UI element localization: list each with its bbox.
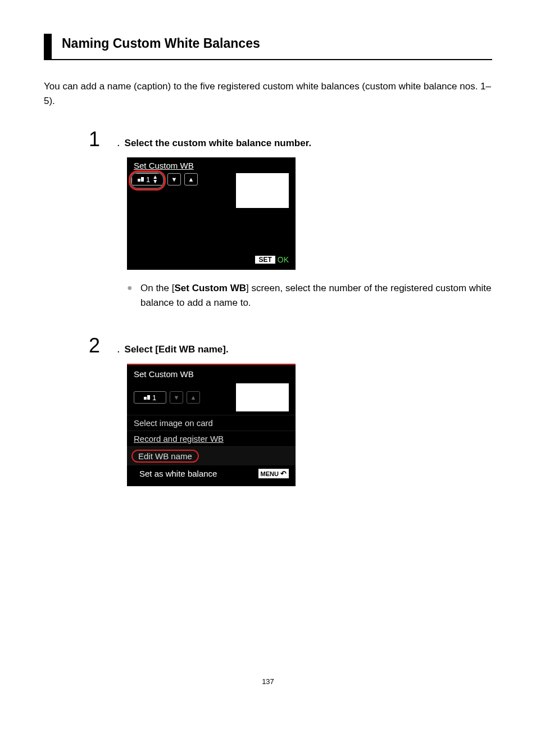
prev-button[interactable]: ▼ [170,391,183,404]
step-dot: . [117,136,125,149]
menu-item-edit-wb-name[interactable]: Edit WB name [127,446,296,465]
bullet-pre: On the [ [140,283,174,293]
menu-item-select-image[interactable]: Select image on card [127,415,296,431]
step-number: 2 [89,336,117,356]
updown-icon: ▲▼ [152,175,158,184]
bullet-strong: Set Custom WB [174,283,246,293]
step-1: 1 . Select the custom white balance numb… [89,129,492,310]
step-number: 1 [89,129,117,150]
intro-paragraph: You can add a name (caption) to the five… [44,79,492,108]
set-label: SET [255,256,275,264]
next-button[interactable]: ▲ [187,391,200,404]
set-ok-indicator: SET OK [255,255,289,264]
wb-preview-thumbnail [236,383,289,411]
camera-screen-edit-wb-name: Set Custom WB 1 ▼ ▲ Select image on card [127,364,296,486]
custom-wb-number: 1 [152,393,156,402]
ok-label: OK [276,255,289,264]
bullet-text: On the [Set Custom WB] screen, select th… [140,281,492,310]
section-heading: Naming Custom White Balances [62,36,492,51]
highlight-pill: Edit WB name [131,450,199,463]
bullet-icon: ● [127,281,140,310]
menu-label: MENU [261,470,279,477]
wb-preview-thumbnail [236,173,289,208]
step-dot: . [117,342,125,355]
lcd-title: Set Custom WB [127,365,296,382]
custom-wb-slot-chip[interactable]: 1 ▲▼ [131,173,164,185]
step-title: Select the custom white balance number. [125,138,312,149]
prev-button[interactable]: ▼ [167,173,181,185]
custom-wb-icon [138,177,144,182]
menu-back-badge[interactable]: MENU ↶ [258,469,289,478]
menu-item-set-as-wb[interactable]: Set as white balance [139,469,217,478]
page-number: 137 [44,677,492,686]
lcd-title: Set Custom WB [134,161,194,170]
custom-wb-icon [144,395,150,400]
step-2: 2 . Select [Edit WB name]. Set Custom WB… [89,336,492,486]
back-arrow-icon: ↶ [280,469,287,478]
next-button[interactable]: ▲ [184,173,198,185]
section-heading-block: Naming Custom White Balances [44,34,492,60]
menu-item-record-register[interactable]: Record and register WB [127,431,296,446]
custom-wb-slot-chip[interactable]: 1 [134,391,166,404]
step-title: Select [Edit WB name]. [125,344,229,355]
custom-wb-number: 1 [146,175,150,184]
camera-screen-set-custom-wb: Set Custom WB 1 ▲▼ ▼ ▲ [127,157,296,270]
